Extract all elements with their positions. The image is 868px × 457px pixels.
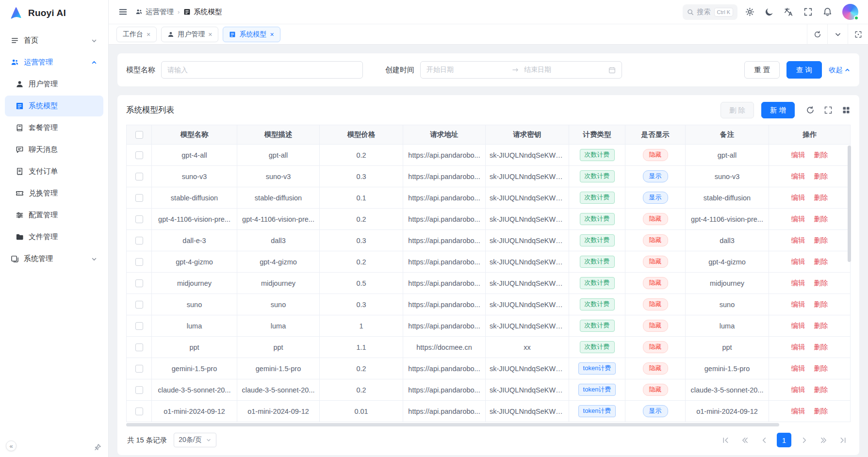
page-size-select[interactable]: 20条/页	[174, 433, 216, 447]
row-checkbox[interactable]	[135, 194, 143, 202]
last-page-icon[interactable]	[836, 433, 850, 447]
model-name-input[interactable]	[161, 61, 363, 79]
date-range-picker[interactable]: 开始日期 结束日期	[420, 61, 622, 79]
column-header: 模型价格	[320, 125, 403, 145]
tab-user-management[interactable]: 用户管理 ×	[161, 27, 218, 42]
delete-link[interactable]: 删除	[814, 236, 828, 244]
row-checkbox[interactable]	[135, 258, 143, 266]
cell-actions: 编辑 删除	[769, 251, 851, 273]
language-translate-icon[interactable]	[784, 7, 793, 16]
sidebar-item-config[interactable]: 配置管理	[5, 205, 103, 226]
add-button[interactable]: 新 增	[761, 102, 795, 118]
tab-workbench[interactable]: 工作台 ×	[116, 27, 157, 42]
edit-link[interactable]: 编辑	[791, 236, 805, 244]
delete-link[interactable]: 删除	[814, 300, 828, 308]
vertical-scrollbar[interactable]	[848, 145, 852, 421]
sidebar-item-payment-orders[interactable]: 支付订单	[5, 161, 103, 182]
delete-link[interactable]: 删除	[814, 322, 828, 329]
delete-link[interactable]: 删除	[814, 386, 828, 393]
row-checkbox[interactable]	[135, 215, 143, 223]
row-checkbox[interactable]	[135, 301, 143, 309]
collapse-filter-link[interactable]: 收起	[829, 65, 851, 75]
app-logo[interactable]: Ruoyi AI	[0, 0, 108, 26]
sidebar-item-files[interactable]: 文件管理	[5, 227, 103, 247]
sidebar-item-user-management[interactable]: 用户管理	[5, 74, 103, 95]
row-checkbox[interactable]	[135, 322, 143, 330]
delete-link[interactable]: 删除	[814, 279, 828, 287]
edit-link[interactable]: 编辑	[791, 322, 805, 329]
delete-link[interactable]: 删除	[814, 343, 828, 351]
edit-link[interactable]: 编辑	[791, 386, 805, 393]
delete-link[interactable]: 删除	[814, 151, 828, 159]
folder-icon	[16, 233, 24, 241]
dark-mode-moon-icon[interactable]	[765, 7, 774, 16]
bulk-delete-button[interactable]: 删 除	[721, 102, 754, 118]
edit-link[interactable]: 编辑	[791, 279, 805, 287]
close-icon[interactable]: ×	[147, 31, 150, 38]
sidebar-item-home[interactable]: 首页	[5, 30, 103, 51]
edit-link[interactable]: 编辑	[791, 172, 805, 180]
delete-link[interactable]: 删除	[814, 215, 828, 223]
notifications-bell-icon[interactable]	[823, 7, 832, 16]
sidebar-item-chat-messages[interactable]: 聊天消息	[5, 139, 103, 160]
delete-link[interactable]: 删除	[814, 194, 828, 201]
previous-page-icon[interactable]	[757, 433, 771, 447]
row-checkbox[interactable]	[135, 386, 143, 394]
row-checkbox[interactable]	[135, 173, 143, 180]
user-avatar[interactable]	[842, 4, 858, 20]
edit-link[interactable]: 编辑	[791, 300, 805, 308]
row-checkbox[interactable]	[135, 408, 143, 415]
hamburger-menu-icon[interactable]	[118, 7, 128, 16]
sidebar-item-ops[interactable]: 运营管理	[5, 52, 103, 73]
sidebar-item-redeem[interactable]: 兑换管理	[5, 183, 103, 204]
global-search[interactable]: 搜索 Ctrl K	[683, 4, 738, 20]
page-content: 模型名称 创建时间 开始日期 结束日期 重 置 查 询 收起	[109, 45, 868, 457]
edit-link[interactable]: 编辑	[791, 364, 805, 372]
edit-link[interactable]: 编辑	[791, 194, 805, 201]
edit-link[interactable]: 编辑	[791, 343, 805, 351]
next-page-icon[interactable]	[797, 433, 811, 447]
sidebar-item-system-models[interactable]: 系统模型	[5, 96, 103, 116]
row-checkbox[interactable]	[135, 237, 143, 245]
edit-link[interactable]: 编辑	[791, 215, 805, 223]
horizontal-scrollbar[interactable]	[126, 423, 844, 427]
row-checkbox[interactable]	[135, 365, 143, 373]
table-fullscreen-icon[interactable]	[824, 106, 833, 114]
reset-button[interactable]: 重 置	[744, 61, 780, 79]
table-refresh-icon[interactable]	[806, 106, 815, 114]
edit-link[interactable]: 编辑	[791, 151, 805, 159]
cell-visibility: 显示	[625, 166, 686, 187]
row-checkbox[interactable]	[135, 343, 143, 351]
delete-link[interactable]: 删除	[814, 364, 828, 372]
first-page-icon[interactable]	[719, 433, 732, 447]
current-page-button[interactable]: 1	[777, 433, 791, 447]
edit-link[interactable]: 编辑	[791, 258, 805, 265]
delete-link[interactable]: 删除	[814, 172, 828, 180]
column-settings-grid-icon[interactable]	[842, 106, 851, 114]
vertical-scrollbar-thumb[interactable]	[848, 146, 851, 262]
fullscreen-icon[interactable]	[803, 7, 813, 16]
row-checkbox[interactable]	[135, 151, 143, 159]
sidebar-item-packages[interactable]: 套餐管理	[5, 117, 103, 138]
content-fullscreen-icon[interactable]	[848, 24, 868, 45]
tabs-refresh-icon[interactable]	[807, 24, 827, 45]
close-icon[interactable]: ×	[208, 31, 212, 38]
jump-back-icon[interactable]	[738, 433, 752, 447]
select-all-checkbox[interactable]	[135, 131, 143, 139]
breadcrumb-item-models[interactable]: 系统模型	[183, 7, 222, 16]
horizontal-scrollbar-thumb[interactable]	[126, 423, 779, 426]
breadcrumb-item-ops[interactable]: 运营管理	[135, 7, 174, 16]
pin-icon[interactable]	[94, 443, 101, 451]
tabs-menu-chevron-icon[interactable]	[827, 24, 848, 45]
jump-forward-icon[interactable]	[817, 433, 830, 447]
tab-system-models[interactable]: 系统模型 ×	[223, 27, 280, 42]
sidebar-collapse-button[interactable]: «	[6, 441, 16, 451]
search-button[interactable]: 查 询	[786, 61, 822, 79]
edit-link[interactable]: 编辑	[791, 407, 805, 415]
delete-link[interactable]: 删除	[814, 258, 828, 265]
row-checkbox[interactable]	[135, 279, 143, 287]
sidebar-item-system-management[interactable]: 系统管理	[5, 248, 103, 269]
close-icon[interactable]: ×	[270, 31, 274, 38]
gear-icon[interactable]	[745, 7, 754, 16]
delete-link[interactable]: 删除	[814, 407, 828, 415]
